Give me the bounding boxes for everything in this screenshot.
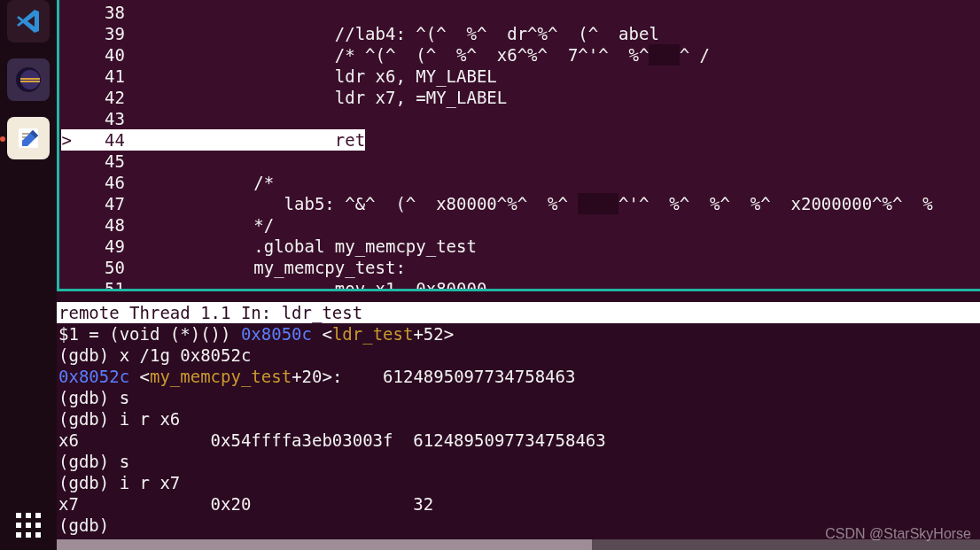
source-line-38: 38 — [61, 2, 980, 23]
eclipse-icon[interactable] — [7, 58, 50, 101]
gdb-line: (gdb) s — [58, 451, 978, 472]
source-line-44: >44 ret — [61, 129, 980, 151]
source-line-49: 49 .global my_memcpy_test — [61, 236, 980, 257]
gdb-line: x7 0x20 32 — [58, 493, 978, 515]
source-line-50: 50 my_memcpy_test: — [61, 257, 980, 278]
terminal-window: 38 39 //lab4: ^(^ %^ dr^%^ (^ abel 40 /*… — [57, 0, 980, 550]
gdb-line: x6 0x54ffffa3eb03003f 612489509773475846… — [58, 430, 978, 451]
source-pane[interactable]: 38 39 //lab4: ^(^ %^ dr^%^ (^ abel 40 /*… — [57, 0, 980, 291]
source-line-41: 41 ldr x6, MY_LABEL — [61, 66, 980, 87]
gdb-line: (gdb) i r x7 — [58, 472, 978, 493]
source-line-42: 42 ldr x7, =MY_LABEL — [61, 87, 980, 108]
source-line-40: 40 /* ^(^ (^ %^ x6^%^ 7^'^ %^ ^ / — [61, 44, 980, 66]
scrollbar-thumb[interactable] — [57, 539, 592, 550]
gedit-icon[interactable] — [7, 117, 50, 159]
source-line-47: 47 lab5: ^&^ (^ x80000^%^ %^ ^'^ %^ %^ %… — [61, 193, 980, 214]
gdb-console[interactable]: $1 = (void (*)()) 0x8050c <ldr_test+52>(… — [57, 323, 980, 538]
gdb-line: (gdb) s — [58, 387, 978, 408]
source-line-48: 48 */ — [61, 214, 980, 236]
gdb-line: (gdb) i r x6 — [58, 408, 978, 430]
svg-rect-3 — [20, 81, 40, 82]
vscode-icon[interactable] — [7, 0, 50, 43]
gdb-line: $1 = (void (*)()) 0x8050c <ldr_test+52> — [58, 323, 978, 345]
apps-grid-icon[interactable] — [0, 513, 57, 538]
tui-status-bar: remote Thread 1.1 In: ldr_test — [57, 302, 980, 323]
source-line-39: 39 //lab4: ^(^ %^ dr^%^ (^ abel — [61, 23, 980, 44]
gdb-line: 0x8052c <my_memcpy_test+20>: 61248950977… — [58, 366, 978, 387]
source-line-51: 51 mov x1, 0x80000 — [61, 278, 980, 291]
source-line-45: 45 — [61, 151, 980, 172]
watermark-text: CSDN @StarSkyHorse — [825, 523, 971, 545]
source-line-46: 46 /* — [61, 172, 980, 193]
gdb-line: (gdb) x /1g 0x8052c — [58, 345, 978, 366]
launcher-bar — [0, 0, 57, 550]
source-line-43: 43 — [61, 108, 980, 129]
svg-rect-2 — [20, 78, 40, 80]
